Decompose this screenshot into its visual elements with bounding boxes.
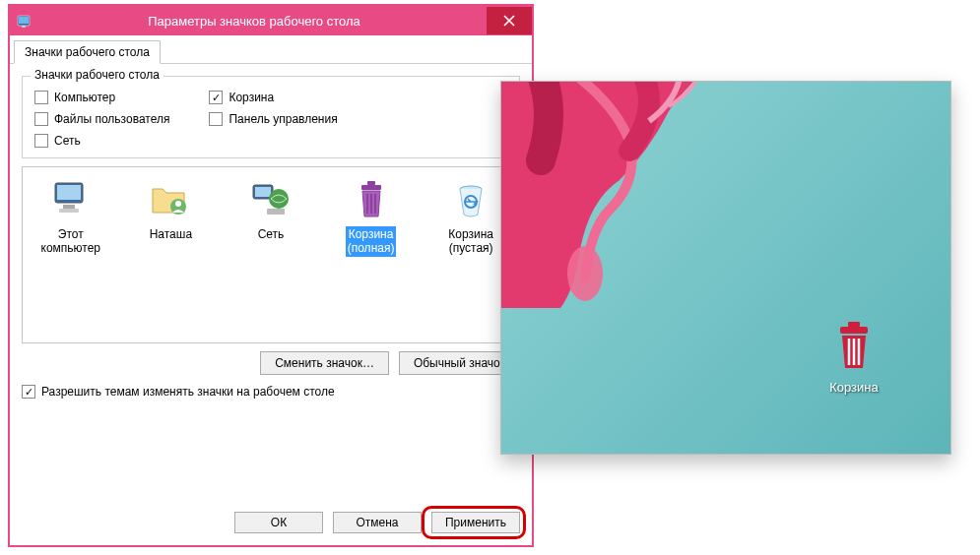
checkbox-label: Корзина <box>229 91 274 104</box>
checkbox-userfiles[interactable]: Файлы пользователя <box>34 112 169 126</box>
checkbox-label: Файлы пользователя <box>54 112 169 126</box>
checkbox-label: Панель управления <box>229 112 337 126</box>
trash-full-icon <box>348 175 395 222</box>
control-panel-icon <box>16 12 33 30</box>
tab-strip: Значки рабочего стола <box>10 35 532 64</box>
checkbox-icon <box>34 112 48 126</box>
desktop-recycle-icon[interactable]: Корзина <box>826 319 882 395</box>
groupbox-title: Значки рабочего стола <box>31 68 163 82</box>
groupbox-desktop-icons: Значки рабочего стола Компьютер Файлы по… <box>22 76 520 158</box>
icon-action-buttons: Сменить значок… Обычный значок <box>22 351 520 375</box>
checkbox-icon <box>34 134 48 148</box>
close-button[interactable] <box>487 7 532 34</box>
icon-label: Корзина(пустая) <box>446 226 495 257</box>
flower-decoration <box>500 81 807 308</box>
allow-themes-checkbox[interactable]: Разрешить темам изменять значки на рабоч… <box>22 385 520 399</box>
checkbox-computer[interactable]: Компьютер <box>34 91 169 104</box>
ok-button[interactable]: ОК <box>234 512 323 533</box>
trash-icon <box>826 319 882 374</box>
svg-point-10 <box>175 201 181 207</box>
window-title: Параметры значков рабочего стола <box>41 14 487 29</box>
checkbox-icon <box>209 112 223 126</box>
tab-desktop-icons[interactable]: Значки рабочего стола <box>14 40 161 64</box>
svg-rect-6 <box>57 185 81 200</box>
icon-label: Наташа <box>148 226 194 242</box>
icon-preview-list: Этоткомпьютер Наташа <box>22 166 520 343</box>
checkbox-icon <box>22 385 35 399</box>
checkbox-label: Компьютер <box>54 91 115 104</box>
icon-item-recycle-empty[interactable]: Корзина(пустая) <box>430 175 511 257</box>
icon-label: Корзина(полная) <box>346 226 397 257</box>
checkbox-recycle[interactable]: Корзина <box>209 91 337 104</box>
svg-rect-24 <box>848 322 860 327</box>
allow-themes-label: Разрешить темам изменять значки на рабоч… <box>41 385 335 399</box>
icon-label: Сеть <box>256 226 287 242</box>
svg-point-22 <box>567 246 603 301</box>
checkbox-icon <box>209 91 223 104</box>
svg-rect-15 <box>361 185 381 190</box>
dialog-body: Значки рабочего стола Значки рабочего ст… <box>10 35 532 545</box>
svg-rect-16 <box>367 181 375 185</box>
svg-rect-12 <box>255 187 271 197</box>
desktop-icon-label: Корзина <box>829 380 879 395</box>
svg-rect-1 <box>19 17 29 24</box>
checkbox-network[interactable]: Сеть <box>34 134 169 148</box>
tab-content: Значки рабочего стола Компьютер Файлы по… <box>10 64 532 502</box>
svg-rect-14 <box>267 209 285 215</box>
dialog-footer: ОК Отмена Применить <box>10 502 532 545</box>
network-icon <box>247 175 294 222</box>
cancel-button[interactable]: Отмена <box>333 512 422 533</box>
icon-label: Этоткомпьютер <box>39 226 103 257</box>
change-icon-button[interactable]: Сменить значок… <box>260 351 389 375</box>
this-computer-icon <box>47 175 95 222</box>
titlebar: Параметры значков рабочего стола <box>10 6 532 35</box>
svg-rect-2 <box>22 26 26 28</box>
svg-rect-8 <box>59 209 79 213</box>
icon-item-user-folder[interactable]: Наташа <box>131 175 212 242</box>
checkbox-icon <box>34 91 48 104</box>
icon-item-recycle-full[interactable]: Корзина(полная) <box>331 175 412 257</box>
svg-rect-23 <box>840 327 868 334</box>
apply-button[interactable]: Применить <box>431 512 520 533</box>
user-folder-icon <box>147 175 194 222</box>
close-icon <box>503 15 515 27</box>
desktop-preview: Корзина <box>500 81 951 455</box>
svg-rect-7 <box>63 205 75 209</box>
svg-point-13 <box>269 189 289 209</box>
checkbox-controlpanel[interactable]: Панель управления <box>209 112 337 126</box>
icon-item-network[interactable]: Сеть <box>230 175 311 242</box>
checkbox-label: Сеть <box>54 134 81 148</box>
desktop-icon-settings-dialog: Параметры значков рабочего стола Значки … <box>8 4 534 547</box>
trash-empty-icon <box>447 175 494 222</box>
icon-item-this-computer[interactable]: Этоткомпьютер <box>31 175 111 257</box>
